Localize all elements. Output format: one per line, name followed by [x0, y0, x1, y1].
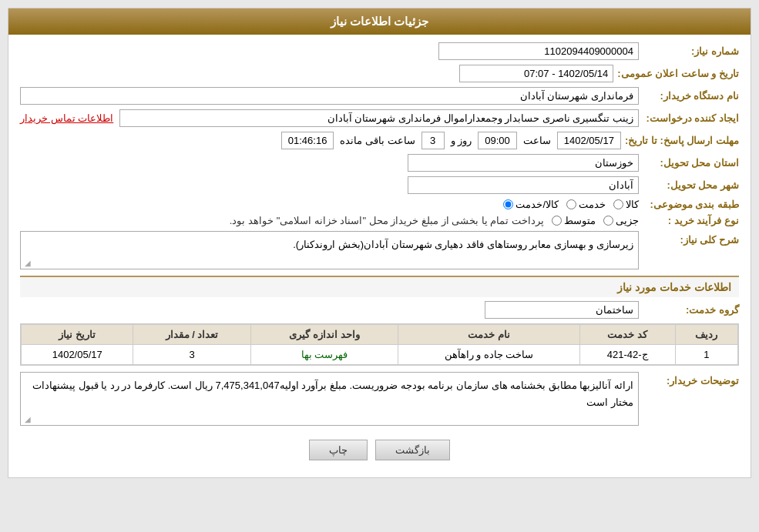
print-button[interactable]: چاپ	[309, 440, 368, 460]
noe-motevaset[interactable]: متوسط	[552, 215, 596, 226]
radio-kala-khedmat-label: کالا/خدمت	[516, 199, 559, 210]
cell-kod-khedmat: ج-42-421	[579, 345, 675, 365]
tarife-khedmat[interactable]: خدمت	[566, 199, 606, 210]
radio-motevaset-label: متوسط	[564, 215, 596, 226]
ejad-konande-row: ایجاد کننده درخواست: زینب تنگسیری ناصری …	[20, 109, 739, 127]
mohlat-saat-label: ساعت	[523, 135, 551, 146]
noe-farayand-row: نوع فرآیند خرید : جزیی متوسط پرداخت تمام…	[20, 215, 739, 226]
radio-jozei-label: جزیی	[616, 215, 639, 226]
shahr-row: شهر محل تحویل: آبادان	[20, 176, 739, 194]
tarife-kala[interactable]: کالا	[613, 199, 639, 210]
services-table: ردیف کد خدمت نام خدمت واحد اندازه گیری ت…	[21, 324, 738, 365]
ostan-label: استان محل تحویل:	[639, 157, 739, 169]
gerooh-value: ساختمان	[485, 301, 639, 319]
radio-kala-input[interactable]	[613, 199, 623, 209]
tavazihat-value: ارائه آنالیزبها مطابق بخشنامه های سازمان…	[20, 372, 639, 426]
card-header: جزئیات اطلاعات نیاز	[8, 8, 751, 35]
col-vahed: واحد اندازه گیری	[250, 325, 398, 345]
tarikh-elan-row: تاریخ و ساعت اعلان عمومی: 1402/05/14 - 0…	[20, 65, 739, 82]
gerooh-row: گروه خدمت: ساختمان	[20, 301, 739, 319]
cell-nam-khedmat: ساخت جاده و راهآهن	[398, 345, 579, 365]
nam-dasgah-value: فرمانداری شهرستان آبادان	[20, 87, 639, 105]
col-nam-khedmat: نام خدمت	[398, 325, 579, 345]
tarife-bandi-options: کالا خدمت کالا/خدمت	[503, 199, 639, 210]
main-card: جزئیات اطلاعات نیاز شماره نیاز: 11020944…	[8, 8, 751, 478]
noe-farayand-note: پرداخت تمام یا بخشی از مبلغ خریداز محل "…	[230, 215, 544, 226]
sharh-niaz-row: شرح کلی نیاز: زیرسازی و بهسازی معابر روس…	[20, 231, 739, 269]
noe-jozei[interactable]: جزیی	[603, 215, 639, 226]
noe-farayand-label: نوع فرآیند خرید :	[639, 215, 739, 226]
shomare-niaz-row: شماره نیاز: 1102094409000004	[20, 42, 739, 60]
mohlat-rooz-label: روز و	[451, 135, 472, 146]
gerooh-label: گروه خدمت:	[639, 304, 739, 316]
mohlat-row: مهلت ارسال پاسخ: تا تاریخ: 1402/05/17 سا…	[20, 132, 739, 149]
ostan-value: خوزستان	[408, 154, 639, 172]
card-body: شماره نیاز: 1102094409000004 تاریخ و ساع…	[8, 35, 751, 477]
tavazihat-row: توضیحات خریدار: ارائه آنالیزبها مطابق بخ…	[20, 372, 739, 426]
shomare-niaz-value: 1102094409000004	[438, 42, 639, 60]
shomare-niaz-label: شماره نیاز:	[639, 45, 739, 57]
col-kod-khedmat: کد خدمت	[579, 325, 675, 345]
resize-handle-2: ◢	[22, 415, 31, 424]
col-radif: ردیف	[675, 325, 738, 345]
page-wrapper: جزئیات اطلاعات نیاز شماره نیاز: 11020944…	[0, 0, 759, 532]
cell-radif: 1	[675, 345, 738, 365]
cell-tarikh-niaz: 1402/05/17	[22, 345, 133, 365]
mohlat-saat: 09:00	[478, 132, 517, 149]
sharh-niaz-label: شرح کلی نیاز:	[639, 231, 739, 246]
back-button[interactable]: بازگشت	[375, 440, 450, 460]
khadamat-section-header: اطلاعات خدمات مورد نیاز	[20, 276, 739, 297]
ostan-row: استان محل تحویل: خوزستان	[20, 154, 739, 172]
ejad-konande-value: زینب تنگسیری ناصری حسابدار وجمعداراموال …	[119, 109, 639, 127]
noe-farayand-options: جزیی متوسط	[552, 215, 639, 226]
shahr-value: آبادان	[408, 176, 639, 194]
sharh-niaz-value: زیرسازی و بهسازی معابر روستاهای فاقد دهی…	[20, 231, 639, 269]
tarife-bandi-row: طبقه بندی موضوعی: کالا خدمت کالا/خدمت	[20, 199, 739, 210]
nam-dasgah-label: نام دستگاه خریدار:	[639, 90, 739, 102]
radio-jozei-input[interactable]	[603, 216, 613, 226]
mohlat-countdown: 01:46:16	[281, 132, 334, 149]
radio-khedmat-input[interactable]	[566, 199, 576, 209]
resize-handle: ◢	[22, 259, 31, 268]
header-title: جزئیات اطلاعات نیاز	[331, 15, 428, 28]
col-tedad: تعداد / مقدار	[133, 325, 250, 345]
tarikh-elan-label: تاریخ و ساعت اعلان عمومی:	[613, 68, 739, 79]
radio-kala-khedmat-input[interactable]	[503, 199, 513, 209]
mohlat-label: مهلت ارسال پاسخ: تا تاریخ:	[621, 135, 739, 146]
radio-khedmat-label: خدمت	[579, 199, 606, 210]
services-table-container: ردیف کد خدمت نام خدمت واحد اندازه گیری ت…	[20, 323, 739, 366]
cell-vahed: فهرست بها	[250, 345, 398, 365]
cell-tedad: 3	[133, 345, 250, 365]
mohlat-rooz: 3	[421, 132, 445, 149]
col-tarikh: تاریخ نیاز	[22, 325, 133, 345]
mohlat-date: 1402/05/17	[557, 132, 621, 149]
table-row: 1 ج-42-421 ساخت جاده و راهآهن فهرست بها …	[22, 345, 738, 365]
mohlat-baghimande-label: ساعت باقی مانده	[340, 135, 415, 146]
radio-motevaset-input[interactable]	[552, 216, 562, 226]
tarife-kala-khedmat[interactable]: کالا/خدمت	[503, 199, 559, 210]
shahr-label: شهر محل تحویل:	[639, 179, 739, 191]
nam-dasgah-row: نام دستگاه خریدار: فرمانداری شهرستان آبا…	[20, 87, 739, 105]
ejad-konande-link[interactable]: اطلاعات تماس خریدار	[20, 112, 113, 124]
mohlat-values: 1402/05/17 ساعت 09:00 روز و 3 ساعت باقی …	[281, 132, 621, 149]
button-row: بازگشت چاپ	[20, 430, 739, 470]
tavazihat-label: توضیحات خریدار:	[639, 372, 739, 386]
tarife-bandi-label: طبقه بندی موضوعی:	[639, 199, 739, 210]
tarikh-elan-value: 1402/05/14 - 07:07	[459, 65, 613, 82]
ejad-konande-label: ایجاد کننده درخواست:	[639, 112, 739, 124]
radio-kala-label: کالا	[626, 199, 639, 210]
